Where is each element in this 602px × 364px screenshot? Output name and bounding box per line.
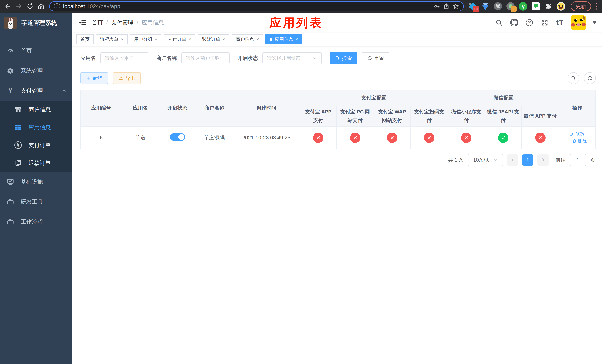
- share-icon[interactable]: [443, 3, 450, 10]
- font-size-icon[interactable]: tT: [556, 19, 564, 27]
- next-page-button[interactable]: [538, 154, 548, 166]
- reload-icon[interactable]: [25, 1, 35, 11]
- tab-app-info[interactable]: 应用信息×: [266, 34, 302, 44]
- table-toolbar: 新增 导出: [80, 72, 596, 84]
- sidebar-item-label: 应用信息: [29, 124, 51, 131]
- sidebar-item-merchant-info[interactable]: 商户信息: [0, 101, 72, 118]
- close-icon[interactable]: ×: [256, 37, 259, 42]
- extensions-puzzle-icon[interactable]: [544, 2, 553, 11]
- document-icon: [14, 160, 22, 166]
- toolbox-icon: [6, 198, 14, 205]
- extension-command-icon[interactable]: ⌘: [494, 2, 502, 11]
- close-icon[interactable]: ×: [223, 37, 225, 42]
- close-icon[interactable]: ×: [295, 37, 298, 42]
- sidebar-item-infra[interactable]: 基础设施: [0, 172, 72, 192]
- close-icon[interactable]: ×: [188, 37, 191, 42]
- tab-home[interactable]: 首页: [76, 34, 94, 44]
- show-search-button[interactable]: [568, 72, 580, 84]
- merchant-name-input[interactable]: [182, 52, 230, 64]
- chevron-down-icon: [62, 199, 67, 204]
- cell-app-name: 芋道: [122, 127, 159, 149]
- extension-chat-icon[interactable]: [531, 2, 540, 11]
- tab-merchant-info[interactable]: 商户信息×: [232, 34, 263, 44]
- forward-icon[interactable]: [14, 1, 24, 11]
- shop-icon: [14, 106, 22, 113]
- edit-link[interactable]: 修改: [570, 131, 585, 137]
- total-count: 共 1 条: [448, 157, 464, 163]
- sidebar-item-pay-orders[interactable]: ¥ 支付订单: [0, 136, 72, 154]
- col-merchant: 商户名称: [196, 90, 233, 127]
- chevron-down-icon: [62, 68, 67, 73]
- sidebar-item-label: 首页: [21, 47, 32, 55]
- sidebar-item-system[interactable]: 系统管理: [0, 61, 72, 81]
- sidebar-collapse-icon[interactable]: [78, 19, 87, 27]
- extension-badge: 10: [473, 6, 479, 12]
- breadcrumb-payment[interactable]: 支付管理: [111, 19, 133, 26]
- goto-page-input[interactable]: [570, 154, 586, 166]
- col-wx-app: 微信 APP 支付: [521, 106, 559, 127]
- refresh-button[interactable]: [584, 72, 596, 84]
- status-label: 开启状态: [237, 55, 258, 62]
- search-icon[interactable]: [495, 19, 503, 27]
- app-name-label: 应用名: [80, 55, 96, 62]
- browser-menu-icon[interactable]: [593, 3, 599, 10]
- reset-button[interactable]: 重置: [362, 52, 389, 64]
- extensions-strip: 10 ⌘ 1 y: [467, 2, 567, 11]
- tab-refund-orders[interactable]: 退款订单×: [198, 34, 229, 44]
- github-icon[interactable]: [510, 19, 518, 27]
- col-wx-mini: 微信小程序支付: [448, 106, 485, 127]
- sidebar-item-home[interactable]: 首页: [0, 41, 72, 61]
- status-select[interactable]: 请选择开启状态: [262, 52, 322, 64]
- avatar-caret-icon[interactable]: [593, 21, 596, 24]
- prev-page-button[interactable]: [507, 154, 518, 166]
- close-icon[interactable]: ×: [155, 37, 157, 42]
- tab-process-form[interactable]: 流程表单×: [96, 34, 128, 44]
- sidebar-item-refund-orders[interactable]: 退款订单: [0, 154, 72, 172]
- table-row: 6 芋道 芋道源码 2021-10-23 08:49:25: [81, 127, 595, 149]
- extension-recorder-icon[interactable]: 1: [506, 2, 515, 11]
- extension-emoji-icon[interactable]: [557, 2, 565, 11]
- help-icon[interactable]: ?: [525, 19, 534, 27]
- tab-user-group[interactable]: 用户分组×: [130, 34, 161, 44]
- close-icon[interactable]: ×: [121, 37, 123, 42]
- gear-icon: [6, 67, 14, 75]
- site-info-icon[interactable]: i: [54, 3, 60, 10]
- delete-link[interactable]: 删除: [572, 138, 587, 144]
- breadcrumb-separator: /: [137, 20, 138, 26]
- page-number-current[interactable]: 1: [522, 154, 533, 166]
- extension-blocks-icon[interactable]: 10: [469, 2, 477, 11]
- sidebar-item-label: 支付订单: [29, 141, 51, 149]
- search-button[interactable]: 搜索: [330, 52, 357, 64]
- page-size-select[interactable]: 10条/页: [468, 154, 503, 166]
- tab-pay-orders[interactable]: 支付订单×: [164, 34, 195, 44]
- browser-toolbar: i localhost:1024/pay/app 10 ⌘ 1 y: [0, 0, 602, 13]
- breadcrumb-home[interactable]: 首页: [92, 19, 103, 26]
- extension-y-icon[interactable]: y: [519, 2, 527, 11]
- url-bar[interactable]: i localhost:1024/pay/app: [49, 1, 464, 11]
- browser-update-button[interactable]: 更新: [571, 1, 591, 11]
- user-avatar[interactable]: [571, 15, 586, 30]
- export-button[interactable]: 导出: [113, 72, 141, 84]
- sidebar-item-dev-tools[interactable]: 研发工具: [0, 192, 72, 212]
- sidebar-item-payment[interactable]: ¥ 支付管理: [0, 81, 72, 101]
- url-text: localhost:1024/pay/app: [63, 3, 430, 10]
- sidebar-item-app-info[interactable]: 应用信息: [0, 118, 72, 136]
- dashboard-icon: [6, 47, 14, 54]
- extension-kite-icon[interactable]: [481, 2, 490, 11]
- fullscreen-icon[interactable]: [540, 19, 549, 27]
- app-name-input[interactable]: [100, 52, 149, 64]
- cell-app-id: 6: [81, 127, 122, 149]
- page-content: 应用名 商户名称 开启状态 请选择开启状态: [72, 46, 602, 364]
- tag-views-bar: 首页 流程表单× 用户分组× 支付订单× 退款订单× 商户信息× 应用信息×: [72, 32, 602, 46]
- status-cross-icon: [387, 133, 397, 143]
- col-alipay-wap: 支付宝 WAP 网站支付: [374, 106, 410, 127]
- add-button[interactable]: 新增: [80, 72, 108, 84]
- bookmark-star-icon[interactable]: [452, 3, 459, 10]
- yen-circle-icon: ¥: [14, 141, 22, 149]
- enabled-toggle[interactable]: [170, 133, 185, 141]
- back-icon[interactable]: [3, 1, 13, 11]
- sidebar-item-workflow[interactable]: 工作流程: [0, 212, 72, 232]
- sidebar-item-label: 工作流程: [21, 218, 43, 226]
- home-icon[interactable]: [36, 1, 46, 11]
- password-key-icon[interactable]: [434, 3, 440, 10]
